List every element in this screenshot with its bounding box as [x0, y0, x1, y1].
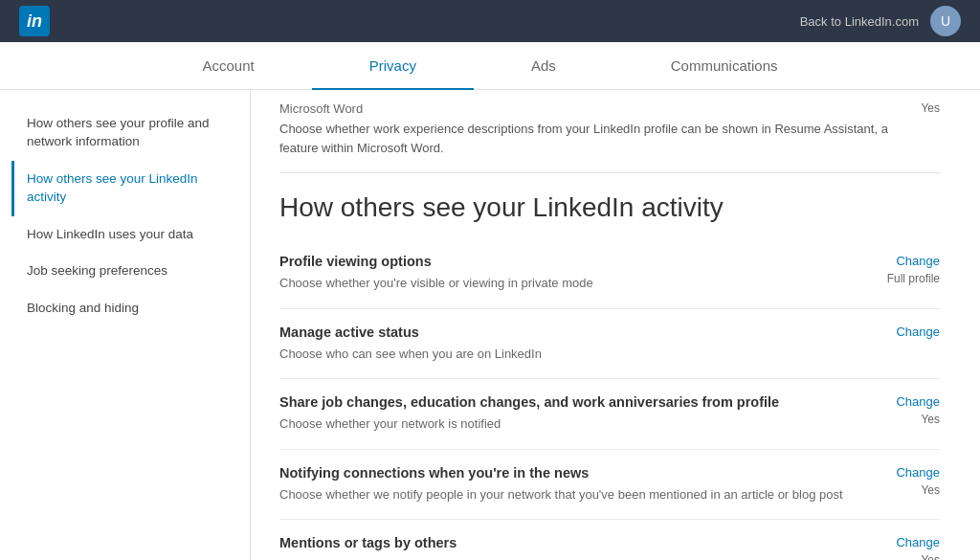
- partial-section-text: Microsoft Word Choose whether work exper…: [279, 101, 902, 157]
- sidebar-item-job-seeking[interactable]: Job seeking preferences: [11, 253, 250, 290]
- content-area: Microsoft Word Choose whether work exper…: [251, 90, 969, 560]
- sidebar-item-profile-visibility[interactable]: How others see your profile and network …: [11, 105, 250, 161]
- setting-row-left: Mentions or tags by others Choose whethe…: [279, 535, 877, 560]
- setting-row-active-status: Manage active status Choose who can see …: [279, 309, 940, 380]
- setting-title: Profile viewing options: [279, 254, 868, 269]
- setting-row-right: Change Yes: [896, 465, 940, 497]
- tab-nav: Account Privacy Ads Communications: [0, 42, 980, 90]
- setting-row-right: Change: [896, 325, 940, 341]
- tab-account[interactable]: Account: [145, 42, 312, 89]
- sidebar: How others see your profile and network …: [11, 90, 251, 560]
- setting-row-left: Share job changes, education changes, an…: [279, 394, 877, 434]
- setting-row-left: Notifying connections when you're in the…: [279, 465, 877, 504]
- setting-row-right: Change Yes: [896, 394, 940, 426]
- setting-value-notifying: Yes: [921, 483, 940, 497]
- setting-desc: Choose whether you're visible or viewing…: [279, 274, 868, 293]
- linkedin-logo: in: [19, 6, 50, 36]
- setting-row-profile-viewing: Profile viewing options Choose whether y…: [279, 238, 940, 309]
- change-link-mentions[interactable]: Change: [896, 535, 940, 549]
- sidebar-item-linkedin-activity[interactable]: How others see your LinkedIn activity: [11, 161, 250, 216]
- setting-value-mentions: Yes: [921, 553, 940, 560]
- setting-row-right: Change Full profile: [887, 254, 940, 285]
- main-layout: How others see your profile and network …: [11, 90, 969, 560]
- tab-communications[interactable]: Communications: [613, 42, 835, 89]
- setting-title: Share job changes, education changes, an…: [279, 394, 877, 410]
- setting-desc: Choose whether your network is notified: [279, 414, 877, 434]
- user-avatar[interactable]: U: [930, 6, 961, 36]
- sidebar-item-blocking[interactable]: Blocking and hiding: [11, 290, 250, 327]
- top-bar-right: Back to LinkedIn.com U: [800, 6, 961, 36]
- setting-title: Manage active status: [279, 325, 877, 340]
- partial-section-status: Yes: [921, 101, 940, 115]
- partial-section: Microsoft Word Choose whether work exper…: [279, 90, 940, 173]
- setting-value-job-changes: Yes: [921, 413, 940, 426]
- partial-section-title: Microsoft Word: [279, 101, 902, 116]
- setting-row-left: Manage active status Choose who can see …: [279, 325, 877, 364]
- back-to-linkedin-link[interactable]: Back to LinkedIn.com: [800, 14, 919, 29]
- setting-desc: Choose whether we notify people in your …: [279, 485, 877, 504]
- change-link-job-changes[interactable]: Change: [896, 394, 940, 409]
- top-bar: in Back to LinkedIn.com U: [0, 0, 980, 42]
- sidebar-item-linkedin-uses-data[interactable]: How LinkedIn uses your data: [11, 216, 250, 254]
- setting-title: Mentions or tags by others: [279, 535, 877, 550]
- partial-section-desc: Choose whether work experience descripti…: [279, 120, 902, 157]
- change-link-profile-viewing[interactable]: Change: [887, 254, 940, 268]
- tab-ads[interactable]: Ads: [474, 42, 613, 89]
- tab-privacy[interactable]: Privacy: [312, 42, 474, 89]
- setting-title: Notifying connections when you're in the…: [279, 465, 877, 481]
- section-heading: How others see your LinkedIn activity: [279, 192, 940, 223]
- setting-row-left: Profile viewing options Choose whether y…: [279, 254, 868, 293]
- top-bar-left: in: [19, 6, 50, 36]
- change-link-active-status[interactable]: Change: [896, 325, 940, 339]
- setting-row-right: Change Yes: [896, 535, 940, 560]
- setting-row-notifying-connections: Notifying connections when you're in the…: [279, 450, 940, 521]
- setting-desc: Choose who can see when you are on Linke…: [279, 345, 877, 364]
- change-link-notifying[interactable]: Change: [896, 465, 940, 480]
- setting-row-job-changes: Share job changes, education changes, an…: [279, 379, 940, 450]
- setting-row-mentions: Mentions or tags by others Choose whethe…: [279, 520, 940, 560]
- setting-desc: Choose whether other members can mention…: [279, 555, 877, 560]
- setting-value-profile-viewing: Full profile: [887, 272, 940, 285]
